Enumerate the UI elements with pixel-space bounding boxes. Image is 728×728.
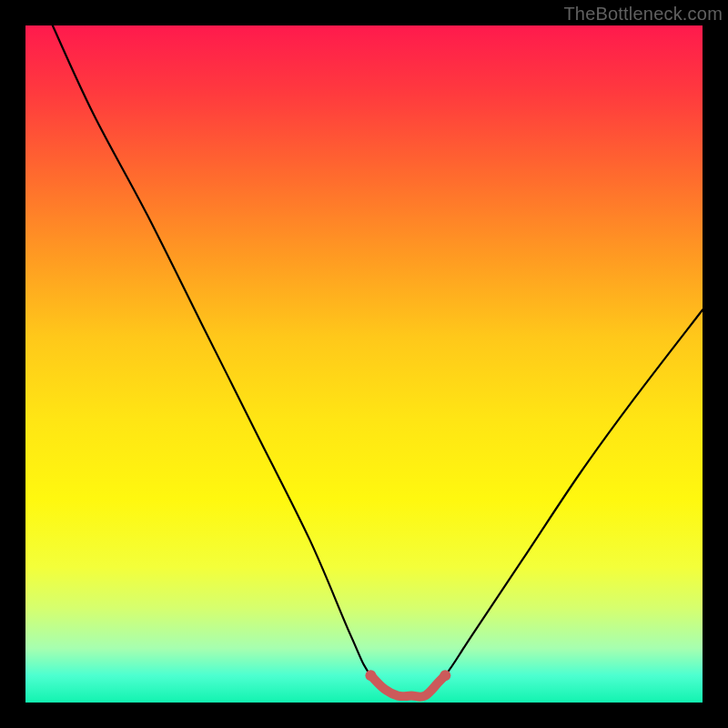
watermark-text: TheBottleneck.com <box>563 4 723 25</box>
curve-line <box>53 25 703 699</box>
chart-svg <box>25 25 703 703</box>
flat-segment-line <box>370 675 445 697</box>
chart-plot-area <box>25 25 703 703</box>
chart-frame: TheBottleneck.com <box>0 0 728 728</box>
flat-segment-end-dot <box>440 670 450 681</box>
flat-segment-start-dot <box>365 670 376 681</box>
